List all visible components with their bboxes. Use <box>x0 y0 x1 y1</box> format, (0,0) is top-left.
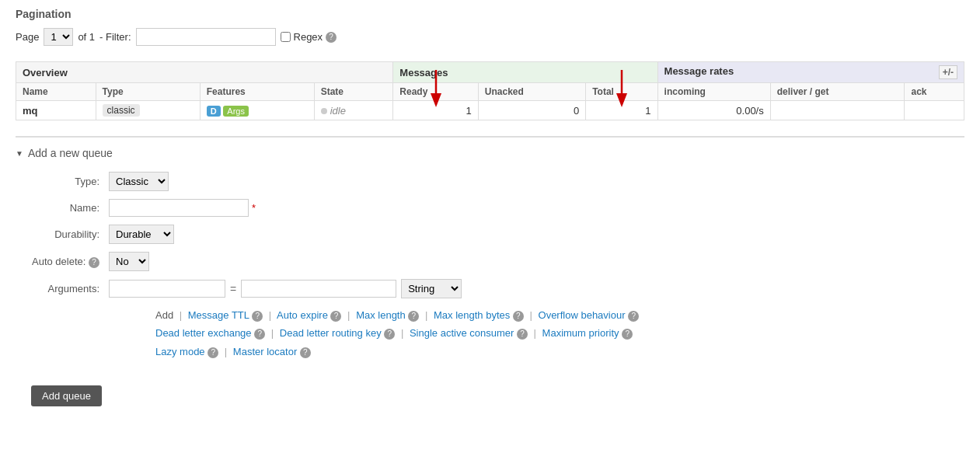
auto-delete-label: Auto delete: ? <box>16 256 109 268</box>
col-unacked: Unacked <box>478 83 585 101</box>
svg-marker-3 <box>616 93 627 107</box>
row-type: classic <box>96 101 200 120</box>
col-incoming: incoming <box>657 83 770 101</box>
arg-value-input[interactable] <box>241 280 396 298</box>
row-state: idle <box>314 101 393 120</box>
group-overview: Overview <box>16 62 393 83</box>
auto-expire-help-icon[interactable]: ? <box>330 311 341 322</box>
pagination-section: Pagination Page 1 of 1 - Filter: Regex ? <box>16 8 964 46</box>
lazy-mode-help-icon[interactable]: ? <box>208 347 218 358</box>
type-row: Type: Classic Quorum Stream <box>16 172 964 191</box>
filter-label: - Filter: <box>99 31 131 43</box>
args-links: Add | Message TTL ? | Auto expire ? | Ma… <box>155 306 964 361</box>
add-arg-label: Add <box>155 309 173 321</box>
arg-link-maximum-priority[interactable]: Maximum priority <box>542 327 619 339</box>
arg-link-master-locator[interactable]: Master locator <box>233 346 297 357</box>
row-ready: 1 <box>393 101 478 120</box>
durability-label: Durability: <box>16 228 109 240</box>
table-row: mq classic D Args idle 1 0 1 <box>16 101 964 120</box>
col-ack: ack <box>905 83 964 101</box>
filter-input[interactable] <box>136 28 276 46</box>
row-name[interactable]: mq <box>16 101 96 120</box>
arg-link-dead-letter-exchange[interactable]: Dead letter exchange <box>155 327 252 339</box>
durability-row: Durability: Durable Transient <box>16 225 964 244</box>
max-length-help-icon[interactable]: ? <box>408 311 419 322</box>
arg-link-max-length[interactable]: Max length <box>356 309 406 321</box>
row-unacked: 0 <box>478 101 585 120</box>
auto-delete-help-icon[interactable]: ? <box>89 257 99 268</box>
arg-link-overflow-behaviour[interactable]: Overflow behaviour <box>539 309 626 321</box>
max-length-bytes-help-icon[interactable]: ? <box>513 311 524 322</box>
maximum-priority-help-icon[interactable]: ? <box>622 329 633 340</box>
col-type: Type <box>96 83 200 101</box>
name-input[interactable] <box>109 199 249 217</box>
arguments-label: Arguments: <box>16 283 109 294</box>
col-features: Features <box>200 83 314 101</box>
auto-delete-row: Auto delete: ? No Yes <box>16 252 964 271</box>
arg-link-message-ttl[interactable]: Message TTL <box>188 309 249 321</box>
toggle-icon: ▼ <box>16 149 23 158</box>
queue-table: Overview Messages Message rates +/- Name… <box>16 61 964 120</box>
add-queue-button[interactable]: Add queue <box>31 385 102 406</box>
regex-text: Regex <box>294 31 323 43</box>
col-deliver-get: deliver / get <box>770 83 905 101</box>
type-label: Type: <box>16 176 109 187</box>
regex-label: Regex ? <box>281 31 337 43</box>
overflow-behaviour-help-icon[interactable]: ? <box>628 311 639 322</box>
arrow-total <box>612 70 631 109</box>
arguments-inputs: = String Number Boolean <box>109 279 462 298</box>
pagination-title: Pagination <box>16 8 964 20</box>
row-ack <box>905 101 964 120</box>
pagination-row: Page 1 of 1 - Filter: Regex ? <box>16 28 964 46</box>
row-incoming: 0.00/s <box>657 101 770 120</box>
group-rates: Message rates +/- <box>657 62 964 83</box>
regex-checkbox[interactable] <box>281 32 291 42</box>
page-select[interactable]: 1 <box>44 28 73 46</box>
arg-key-input[interactable] <box>109 280 225 298</box>
single-active-consumer-help-icon[interactable]: ? <box>517 329 528 340</box>
master-locator-help-icon[interactable]: ? <box>300 347 311 358</box>
durability-select[interactable]: Durable Transient <box>109 225 174 244</box>
page-label: Page <box>16 31 39 43</box>
row-deliver-get <box>770 101 905 120</box>
arg-type-select[interactable]: String Number Boolean <box>401 279 462 298</box>
plus-minus-btn[interactable]: +/- <box>939 65 957 79</box>
arg-link-max-length-bytes[interactable]: Max length bytes <box>434 309 510 321</box>
dead-letter-exchange-help-icon[interactable]: ? <box>254 329 265 340</box>
of-label: of 1 <box>78 31 95 43</box>
arg-link-auto-expire[interactable]: Auto expire <box>277 309 328 321</box>
regex-help-icon[interactable]: ? <box>326 32 337 43</box>
arrow-ready <box>427 70 445 109</box>
dead-letter-routing-key-help-icon[interactable]: ? <box>384 329 395 340</box>
type-select[interactable]: Classic Quorum Stream <box>109 172 169 191</box>
section-label: Add a new queue <box>28 147 113 159</box>
name-label: Name: <box>16 202 109 214</box>
name-row: Name: * <box>16 199 964 217</box>
required-star: * <box>252 202 256 214</box>
arguments-row: Arguments: = String Number Boolean <box>16 279 964 298</box>
col-state: State <box>314 83 393 101</box>
auto-delete-select[interactable]: No Yes <box>109 252 149 271</box>
arg-link-lazy-mode[interactable]: Lazy mode <box>155 346 205 357</box>
row-features: D Args <box>200 101 314 120</box>
row-total: 1 <box>586 101 657 120</box>
svg-marker-1 <box>431 93 441 107</box>
section-toggle[interactable]: ▼ Add a new queue <box>16 147 964 159</box>
arg-link-dead-letter-routing-key[interactable]: Dead letter routing key <box>280 327 382 339</box>
message-ttl-help-icon[interactable]: ? <box>252 311 263 322</box>
col-name: Name <box>16 83 96 101</box>
equals-sign: = <box>230 283 236 295</box>
arg-link-single-active-consumer[interactable]: Single active consumer <box>410 327 514 339</box>
add-queue-section: ▼ Add a new queue Type: Classic Quorum S… <box>16 136 964 406</box>
submit-row: Add queue <box>31 373 964 406</box>
